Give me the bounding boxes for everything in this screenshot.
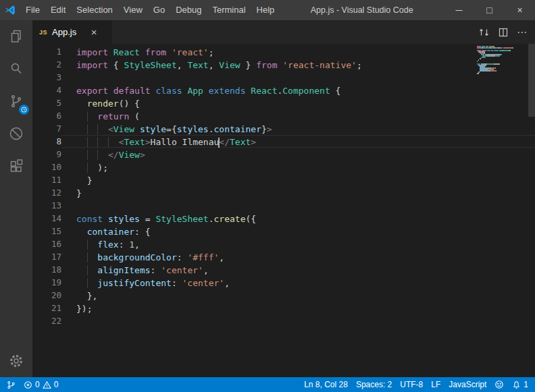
code-token: [166, 47, 172, 57]
window-controls: ─ □ ×: [444, 0, 535, 20]
code-line-3[interactable]: 3: [32, 71, 535, 84]
minimize-button[interactable]: ─: [444, 0, 474, 20]
code-line-11[interactable]: 11 }: [32, 173, 535, 186]
code-token: 'center': [182, 278, 225, 288]
titlebar: FileEditSelectionViewGoDebugTerminalHelp…: [0, 0, 535, 20]
notifications-button[interactable]: 1: [508, 377, 532, 392]
code-content: flex: 1,: [61, 237, 535, 250]
code-token: .: [209, 124, 214, 134]
code-line-16[interactable]: 16 flex: 1,: [32, 237, 535, 250]
scrollbar-thumb[interactable]: [528, 44, 535, 117]
code-token: ,: [224, 278, 230, 288]
menu-help[interactable]: Help: [251, 0, 280, 20]
code-line-18[interactable]: 18 alignItems: 'center',: [32, 263, 535, 276]
vscode-logo: [0, 0, 20, 20]
maximize-button[interactable]: □: [474, 0, 505, 20]
line-number: 14: [32, 212, 61, 225]
settings-gear-button[interactable]: [0, 345, 32, 377]
code-line-8[interactable]: 8 <Text>Hallo Ilmenau</Text>: [32, 135, 535, 148]
editor-group: JS App.js ×: [32, 20, 535, 377]
code-content: const styles = StyleSheet.create({: [61, 212, 535, 225]
sidebar-item-explorer[interactable]: [0, 20, 32, 53]
cursor-position-indicator[interactable]: Ln 8, Col 28: [300, 377, 352, 392]
code-line-22[interactable]: 22: [32, 314, 535, 327]
sync-icon: [479, 27, 490, 38]
sidebar-item-extensions[interactable]: [0, 150, 32, 182]
js-file-icon: JS: [39, 29, 47, 36]
more-actions-button[interactable]: ⋯: [513, 24, 531, 41]
code-content: [61, 199, 535, 212]
indent-guide: [87, 163, 98, 173]
code-token: container: [214, 124, 261, 134]
code-token: },: [87, 291, 98, 301]
code-line-4[interactable]: 4export default class App extends React.…: [32, 84, 535, 96]
menu-file[interactable]: File: [20, 0, 45, 20]
explorer-icon: [8, 28, 24, 45]
code-token: flex: [97, 240, 118, 250]
code-token: export: [76, 86, 108, 96]
sync-changes-button[interactable]: [476, 24, 493, 41]
eol-indicator[interactable]: LF: [427, 377, 444, 392]
code-token: });: [76, 304, 92, 314]
code-token: (: [129, 111, 140, 121]
code-token: :: [119, 240, 130, 250]
menu-terminal[interactable]: Terminal: [207, 0, 251, 20]
line-number: 4: [32, 84, 61, 96]
code-line-12[interactable]: 12}: [32, 186, 535, 199]
menu-debug[interactable]: Debug: [170, 0, 207, 20]
clock-icon: [20, 106, 28, 113]
code-line-19[interactable]: 19 justifyContent: 'center',: [32, 276, 535, 289]
code-token: );: [97, 163, 108, 173]
tab-appjs[interactable]: JS App.js ×: [32, 20, 112, 44]
indent-guide: [76, 291, 87, 301]
menu-selection[interactable]: Selection: [71, 0, 118, 20]
code-line-7[interactable]: 7 <View style={styles.container}>: [32, 122, 535, 135]
menu-go[interactable]: Go: [148, 0, 170, 20]
code-line-1[interactable]: 1import React from 'react';: [32, 45, 535, 58]
menu-edit[interactable]: Edit: [45, 0, 71, 20]
code-content: [61, 314, 535, 327]
minimap[interactable]: [477, 46, 526, 76]
code-line-13[interactable]: 13: [32, 199, 535, 212]
code-line-2[interactable]: 2import { StyleSheet, Text, View } from …: [32, 58, 535, 71]
code-line-15[interactable]: 15 container: {: [32, 225, 535, 237]
indent-guide: [87, 124, 98, 134]
git-branch-indicator[interactable]: [3, 377, 20, 392]
sidebar-item-source-control[interactable]: [0, 85, 32, 117]
code-token: ,: [134, 240, 140, 250]
code-area[interactable]: 1import React from 'react';2import { Sty…: [32, 45, 535, 327]
code-line-5[interactable]: 5 render() {: [32, 96, 535, 109]
code-token: :: [177, 252, 188, 262]
sidebar-item-search[interactable]: [0, 53, 32, 85]
encoding-indicator[interactable]: UTF-8: [396, 377, 427, 392]
more-actions-icon: ⋯: [517, 26, 528, 38]
activity-bar: [0, 20, 32, 377]
sidebar-item-debug[interactable]: [0, 117, 32, 150]
indent-guide: [76, 137, 87, 147]
editor[interactable]: 1import React from 'react';2import { Sty…: [32, 44, 535, 377]
code-line-21[interactable]: 21});: [32, 302, 535, 314]
problems-indicator[interactable]: 0 0: [20, 377, 62, 392]
split-editor-button[interactable]: [494, 24, 512, 41]
code-line-10[interactable]: 10 );: [32, 161, 535, 173]
code-content: });: [61, 302, 535, 314]
code-content: backgroundColor: '#fff',: [61, 250, 535, 263]
indentation-indicator[interactable]: Spaces: 2: [352, 377, 396, 392]
tab-close-icon[interactable]: ×: [88, 27, 100, 37]
close-button[interactable]: ×: [505, 0, 535, 20]
indent-guide: [87, 278, 98, 288]
language-mode-indicator[interactable]: JavaScript: [444, 377, 490, 392]
code-token: ,: [203, 265, 209, 275]
line-number: 18: [32, 263, 61, 276]
code-token: }: [87, 175, 93, 186]
code-token: Component: [282, 86, 330, 96]
menu-view[interactable]: View: [118, 0, 148, 20]
code-line-9[interactable]: 9 </View>: [32, 148, 535, 161]
feedback-button[interactable]: [490, 377, 508, 392]
code-line-6[interactable]: 6 return (: [32, 109, 535, 122]
indent-guide: [76, 265, 87, 275]
code-line-14[interactable]: 14const styles = StyleSheet.create({: [32, 212, 535, 225]
code-line-17[interactable]: 17 backgroundColor: '#fff',: [32, 250, 535, 263]
code-line-20[interactable]: 20 },: [32, 289, 535, 302]
code-token: import: [76, 47, 108, 57]
